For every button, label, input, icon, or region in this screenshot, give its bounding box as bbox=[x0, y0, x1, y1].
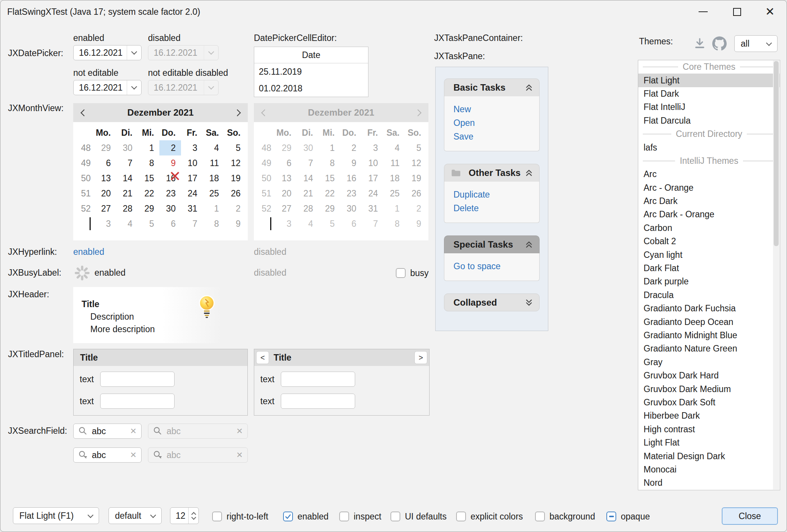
calendar-day[interactable]: 18 bbox=[203, 171, 224, 186]
task-pane-link[interactable]: Duplicate bbox=[453, 188, 539, 201]
calendar-next-button[interactable] bbox=[227, 103, 248, 122]
theme-list-item[interactable]: Dark purple bbox=[638, 275, 780, 288]
calendar-day[interactable]: 19 bbox=[224, 171, 246, 186]
text-input[interactable] bbox=[100, 372, 175, 387]
spinner-buttons[interactable] bbox=[188, 508, 198, 524]
theme-list-item[interactable]: Gradianto Deep Ocean bbox=[638, 315, 780, 328]
calendar-day[interactable]: 12 bbox=[224, 155, 246, 171]
calendar-day[interactable]: 9 bbox=[159, 155, 181, 171]
search-field[interactable]: abc✕ bbox=[73, 447, 142, 463]
calendar-day[interactable]: 17 bbox=[181, 171, 203, 186]
checkbox-ui-defaults[interactable]: UI defaults bbox=[390, 508, 447, 525]
calendar-day[interactable]: 26 bbox=[224, 186, 246, 201]
task-pane-link[interactable]: Save bbox=[453, 130, 539, 143]
calendar-day[interactable]: 31 bbox=[181, 201, 203, 216]
calendar-day[interactable]: 13 bbox=[94, 171, 116, 186]
titled-panel-prev-button[interactable]: < bbox=[256, 351, 269, 364]
calendar-day[interactable]: 24 bbox=[181, 186, 203, 201]
date-picker-field[interactable]: 16.12.2021 bbox=[73, 45, 142, 60]
calendar-day[interactable]: 10 bbox=[181, 155, 203, 171]
calendar-day[interactable]: 9 bbox=[224, 216, 246, 231]
theme-list-item[interactable]: Flat IntelliJ bbox=[638, 100, 780, 114]
task-pane-header[interactable]: Collapsed bbox=[444, 293, 540, 311]
calendar-day[interactable]: 5 bbox=[224, 140, 246, 155]
table-row[interactable]: 25.11.2019 bbox=[254, 63, 368, 80]
text-input[interactable] bbox=[281, 394, 355, 409]
theme-list-item[interactable]: Gradianto Nature Green bbox=[638, 342, 780, 355]
theme-list-item[interactable]: Monocai bbox=[638, 463, 780, 476]
calendar-day[interactable]: 1 bbox=[138, 140, 159, 155]
task-pane-header[interactable]: Basic Tasks bbox=[444, 78, 540, 96]
calendar-day[interactable]: 4 bbox=[203, 140, 224, 155]
calendar-day[interactable]: 30 bbox=[116, 140, 138, 155]
clear-search-icon[interactable]: ✕ bbox=[130, 427, 137, 436]
close-window-button[interactable]: ✕ bbox=[758, 3, 782, 20]
table-row[interactable]: 01.02.2018 bbox=[254, 80, 368, 97]
calendar-day[interactable]: 29 bbox=[94, 140, 116, 155]
calendar-day[interactable]: 21 bbox=[116, 186, 138, 201]
task-pane-link[interactable]: Delete bbox=[453, 201, 539, 215]
themes-scrollbar[interactable] bbox=[773, 61, 779, 490]
theme-list-item[interactable]: Arc Dark - Orange bbox=[638, 208, 780, 221]
theme-list-item[interactable]: Gruvbox Dark Hard bbox=[638, 369, 780, 382]
date-picker-dropdown-button[interactable] bbox=[127, 80, 141, 95]
calendar-day[interactable]: 7 bbox=[116, 155, 138, 171]
calendar-day[interactable]: 6 bbox=[94, 155, 116, 171]
maximize-button[interactable] bbox=[725, 3, 749, 20]
scrollbar-thumb[interactable] bbox=[774, 61, 779, 246]
theme-list-item[interactable]: Cobalt 2 bbox=[638, 235, 780, 248]
laf-combo[interactable]: Flat Light (F1) bbox=[13, 507, 99, 524]
calendar-day[interactable]: 8 bbox=[203, 216, 224, 231]
theme-list-item[interactable]: Gradianto Midnight Blue bbox=[638, 329, 780, 342]
calendar-day[interactable]: 23 bbox=[159, 186, 181, 201]
theme-list-item[interactable]: Light Flat bbox=[638, 436, 780, 449]
checkbox-inspect[interactable]: inspect bbox=[339, 508, 381, 525]
calendar-day[interactable]: 5 bbox=[138, 216, 159, 231]
hyperlink-enabled[interactable]: enabled bbox=[73, 247, 104, 257]
calendar-day[interactable]: 14 bbox=[116, 171, 138, 186]
theme-list-item[interactable]: High contrast bbox=[638, 423, 780, 436]
calendar-day[interactable]: 28 bbox=[116, 201, 138, 216]
theme-list-item[interactable]: Cyan light bbox=[638, 248, 780, 261]
task-pane-header[interactable]: Special Tasks bbox=[444, 235, 540, 253]
checkbox-enabled[interactable]: enabled bbox=[283, 508, 329, 525]
theme-list-item[interactable]: Arc bbox=[638, 168, 780, 181]
calendar-day[interactable]: 4 bbox=[116, 216, 138, 231]
minimize-button[interactable] bbox=[691, 3, 715, 20]
theme-list-item[interactable]: Arc Dark bbox=[638, 195, 780, 208]
calendar-day[interactable]: 8 bbox=[138, 155, 159, 171]
calendar-day[interactable]: 6 bbox=[159, 216, 181, 231]
theme-list-item[interactable]: Dracula bbox=[638, 289, 780, 302]
theme-list-item[interactable]: Flat Darcula bbox=[638, 114, 780, 127]
theme-list-item[interactable]: Arc - Orange bbox=[638, 181, 780, 195]
checkbox-opaque[interactable]: opaque bbox=[606, 508, 650, 525]
calendar-prev-button[interactable] bbox=[73, 103, 94, 122]
checkbox-background[interactable]: background bbox=[535, 508, 595, 525]
calendar-day[interactable]: 20 bbox=[94, 186, 116, 201]
checkbox-explicit-colors[interactable]: explicit colors bbox=[456, 508, 523, 525]
calendar-day[interactable]: 7 bbox=[181, 216, 203, 231]
download-icon[interactable] bbox=[693, 37, 706, 50]
calendar-day[interactable]: 1 bbox=[203, 201, 224, 216]
calendar-day[interactable]: 30 bbox=[159, 201, 181, 216]
date-picker-dropdown-button[interactable] bbox=[127, 46, 141, 60]
theme-list-item[interactable]: Gray bbox=[638, 356, 780, 369]
search-field[interactable]: abc✕ bbox=[73, 424, 142, 439]
date-picker-field[interactable]: 16.12.2021 bbox=[73, 80, 142, 95]
github-icon[interactable] bbox=[712, 36, 727, 51]
theme-list-item[interactable]: Nord bbox=[638, 476, 780, 490]
calendar-day[interactable]: 15 bbox=[138, 171, 159, 186]
font-combo[interactable]: default bbox=[109, 507, 162, 524]
text-input[interactable] bbox=[100, 394, 175, 409]
theme-list-item[interactable]: Flat Dark bbox=[638, 87, 780, 100]
theme-list-item[interactable]: Flat Light bbox=[638, 74, 780, 87]
calendar-day[interactable]: 22 bbox=[138, 186, 159, 201]
theme-list-item[interactable]: lafs bbox=[638, 141, 780, 154]
calendar-day[interactable]: 2 bbox=[224, 201, 246, 216]
close-button[interactable]: Close bbox=[722, 507, 778, 525]
titled-panel-next-button[interactable]: > bbox=[414, 351, 427, 364]
task-pane-link[interactable]: New bbox=[453, 102, 539, 116]
task-pane-link[interactable]: Go to space bbox=[453, 259, 539, 273]
clear-search-icon[interactable]: ✕ bbox=[130, 450, 137, 460]
calendar-day[interactable]: 3 bbox=[181, 140, 203, 155]
